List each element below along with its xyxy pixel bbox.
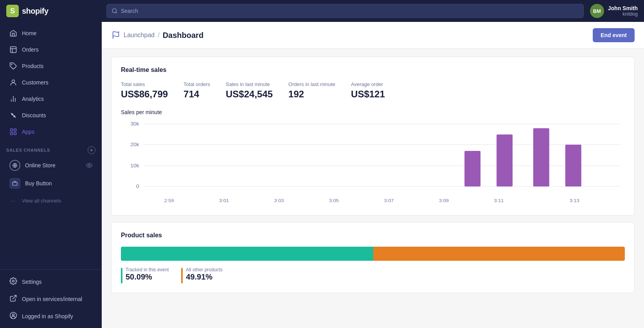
buy-button-icon [9, 178, 20, 189]
realtime-sales-title: Real-time sales [121, 66, 625, 73]
stat-sales-last-minute: Sales in last minute US$24,545 [226, 81, 273, 100]
svg-text:30k: 30k [130, 121, 139, 127]
product-bar-tracked [121, 247, 373, 261]
svg-text:3:07: 3:07 [384, 198, 394, 203]
settings-label: Settings [22, 279, 42, 285]
svg-point-5 [11, 64, 12, 65]
breadcrumb-link[interactable]: Launchpad [124, 32, 155, 39]
legend-other-value: 49.91% [186, 272, 222, 281]
sidebar-label-apps: Apps [22, 129, 34, 135]
add-channel-button[interactable]: + [88, 146, 95, 154]
sidebar-label-home: Home [22, 30, 36, 36]
sidebar-label-customers: Customers [22, 79, 49, 86]
sidebar-label-analytics: Analytics [22, 96, 44, 102]
legend-color-other [181, 268, 183, 283]
apps-icon [9, 128, 17, 136]
legend-other-label: All other products [186, 267, 222, 272]
home-icon [9, 29, 17, 37]
sidebar-item-apps[interactable]: Apps [3, 124, 99, 140]
stat-orders-last-minute-label: Orders in last minute [288, 81, 335, 87]
customers-icon [9, 79, 17, 86]
stat-total-sales: Total sales US$86,799 [121, 81, 168, 100]
analytics-icon [9, 95, 17, 103]
buy-button-label: Buy Button [25, 180, 52, 186]
view-all-label: View all channels [22, 198, 61, 204]
svg-point-21 [10, 312, 17, 319]
svg-text:3:03: 3:03 [274, 198, 284, 203]
search-icon [112, 8, 118, 14]
page-header: Launchpad / Dashboard End event [102, 22, 644, 49]
eye-icon [86, 162, 92, 168]
sidebar: Home Orders Products Customers Analytics [0, 22, 102, 328]
svg-text:0: 0 [136, 184, 139, 189]
svg-text:3:01: 3:01 [219, 198, 229, 203]
sidebar-item-online-store[interactable]: Online Store [3, 157, 99, 174]
svg-text:2:59: 2:59 [164, 198, 174, 203]
stat-orders-last-minute-value: 192 [288, 89, 335, 100]
sidebar-label-discounts: Discounts [22, 112, 46, 118]
legend-other-info: All other products 49.91% [186, 267, 222, 281]
svg-text:10k: 10k [130, 163, 139, 168]
stat-orders-last-minute: Orders in last minute 192 [288, 81, 335, 100]
sidebar-item-logged-in[interactable]: Logged in as Shopify [3, 308, 99, 324]
sidebar-item-buy-button[interactable]: Buy Button [3, 175, 99, 192]
sidebar-item-open-internal[interactable]: Open in services/internal [3, 290, 99, 307]
launchpad-icon [111, 30, 121, 40]
stats-row: Total sales US$86,799 Total orders 714 S… [121, 81, 625, 100]
search-input[interactable] [121, 8, 579, 14]
stat-total-orders: Total orders 714 [183, 81, 210, 100]
settings-icon [9, 277, 17, 286]
chart-title: Sales per minute [121, 109, 625, 115]
svg-text:3:11: 3:11 [494, 198, 504, 203]
stat-total-orders-label: Total orders [183, 81, 210, 87]
open-internal-label: Open in services/internal [22, 296, 82, 302]
sidebar-item-discounts[interactable]: Discounts [3, 108, 99, 123]
chart-area: Sales per minute 30k 20k 10k [121, 109, 625, 206]
svg-rect-13 [14, 129, 16, 131]
svg-rect-15 [14, 133, 16, 135]
svg-point-17 [88, 165, 90, 166]
sidebar-item-analytics[interactable]: Analytics [3, 91, 99, 107]
main-content: Launchpad / Dashboard End event Real-tim… [102, 22, 644, 328]
orders-icon [9, 46, 17, 54]
logged-in-label: Logged in as Shopify [22, 313, 73, 319]
legend-color-tracked [121, 268, 122, 283]
legend-tracked: Tracked in this event 50.09% [121, 267, 169, 283]
svg-rect-14 [11, 133, 13, 135]
user-area: BM John Smith knitdog [590, 4, 638, 18]
buy-button-left: Buy Button [9, 178, 52, 189]
svg-rect-12 [11, 129, 13, 131]
svg-text:20k: 20k [130, 142, 139, 147]
stat-total-sales-label: Total sales [121, 81, 168, 87]
sidebar-item-settings[interactable]: Settings [3, 273, 99, 290]
legend-tracked-info: Tracked in this event 50.09% [126, 267, 169, 281]
stat-average-order: Average order US$121 [351, 81, 385, 100]
svg-line-20 [13, 296, 16, 299]
user-name: John Smith [608, 5, 638, 11]
sidebar-item-products[interactable]: Products [3, 58, 99, 74]
sidebar-item-view-all-channels[interactable]: ··· View all channels [3, 193, 99, 208]
sidebar-item-orders[interactable]: Orders [3, 42, 99, 57]
legend-other: All other products 49.91% [181, 267, 222, 283]
logo-text: shopify [22, 7, 49, 16]
sidebar-item-home[interactable]: Home [3, 25, 99, 41]
search-bar[interactable] [106, 4, 584, 18]
stat-total-sales-value: US$86,799 [121, 89, 168, 100]
realtime-sales-card: Real-time sales Total sales US$86,799 To… [111, 57, 635, 216]
avatar: BM [590, 4, 604, 18]
top-nav: S shopify BM John Smith knitdog [0, 0, 644, 22]
sidebar-item-customers[interactable]: Customers [3, 75, 99, 90]
dots-icon: ··· [9, 197, 17, 204]
end-event-button[interactable]: End event [593, 28, 635, 42]
stat-average-order-label: Average order [351, 81, 385, 87]
sidebar-label-orders: Orders [22, 47, 39, 53]
sales-channels-label: SALES CHANNELS [6, 148, 50, 152]
product-sales-card: Product sales Tracked in this event 50.0… [111, 222, 635, 293]
sales-channels-section: SALES CHANNELS + [0, 140, 102, 156]
chart-container: 30k 20k 10k 0 2:59 3:01 3:03 3:05 3:07 3… [121, 120, 625, 206]
content-area: Real-time sales Total sales US$86,799 To… [102, 49, 644, 301]
svg-point-22 [13, 314, 14, 316]
svg-rect-4 [11, 47, 16, 53]
sidebar-bottom: Settings Open in services/internal Logge… [0, 269, 102, 325]
svg-point-6 [12, 80, 15, 82]
